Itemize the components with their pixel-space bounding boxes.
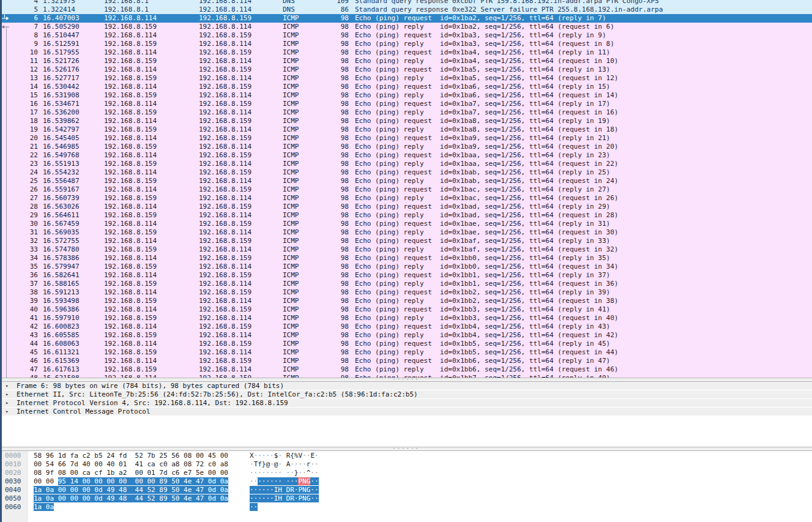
detail-row-1[interactable]: ▸Ethernet II, Src: LiteonTe_7b:25:56 (24… bbox=[0, 390, 812, 398]
packet-row-42[interactable]: 4216.600823192.168.8.114192.168.8.159ICM… bbox=[0, 323, 812, 331]
packet-row-41[interactable]: 4116.597910192.168.8.159192.168.8.114ICM… bbox=[0, 314, 812, 323]
packet-row-26[interactable]: 2616.559167192.168.8.114192.168.8.159ICM… bbox=[0, 185, 812, 194]
packet-row-13[interactable]: 1316.527717192.168.8.159192.168.8.114ICM… bbox=[0, 74, 812, 83]
col-src: 192.168.8.159 bbox=[104, 160, 157, 168]
hex-bytes[interactable]: 08 9f 08 00 ca cf 1b a2 00 01 7d c6 e7 5… bbox=[34, 469, 228, 477]
packet-row-29[interactable]: 2916.564611192.168.8.159192.168.8.114ICM… bbox=[0, 211, 812, 220]
hex-bytes[interactable]: 58 96 1d fa c2 b5 24 fd 52 7b 25 56 08 0… bbox=[34, 452, 228, 460]
detail-row-2[interactable]: ▸Internet Protocol Version 4, Src: 192.1… bbox=[0, 399, 812, 407]
col-len: 98 bbox=[306, 100, 349, 108]
col-info: Echo (ping) request id=0x1ba5, seq=1/256… bbox=[355, 65, 610, 74]
packet-row-6[interactable]: 616.407003192.168.8.114192.168.8.159ICMP… bbox=[0, 14, 812, 23]
packet-row-30[interactable]: 3016.567459192.168.8.114192.168.8.159ICM… bbox=[0, 220, 812, 228]
packet-list-details-splitter[interactable]: ······ bbox=[0, 378, 812, 382]
packet-row-34[interactable]: 3416.578386192.168.8.114192.168.8.159ICM… bbox=[0, 254, 812, 263]
detail-row-3[interactable]: ▸Internet Control Message Protocol bbox=[0, 408, 812, 416]
hex-bytes[interactable]: 1a 0a 00 00 00 0d 49 48 44 52 89 50 4e 4… bbox=[34, 494, 228, 503]
col-info: Echo (ping) reply id=0x1bac, seq=1/256, … bbox=[355, 194, 618, 203]
col-src: 192.168.8.159 bbox=[104, 280, 157, 288]
col-len: 98 bbox=[306, 143, 349, 151]
packet-row-15[interactable]: 1516.531908192.168.8.159192.168.8.114ICM… bbox=[0, 91, 812, 100]
col-src: 192.168.8.159 bbox=[104, 348, 157, 357]
expander-icon[interactable]: ▸ bbox=[6, 382, 13, 390]
col-len: 98 bbox=[306, 271, 349, 280]
packet-row-39[interactable]: 3916.593498192.168.8.159192.168.8.114ICM… bbox=[0, 297, 812, 305]
packet-row-36[interactable]: 3616.582641192.168.8.114192.168.8.159ICM… bbox=[0, 271, 812, 280]
col-src: 192.168.8.114 bbox=[104, 185, 157, 194]
packet-row-31[interactable]: 3116.569035192.168.8.159192.168.8.114ICM… bbox=[0, 228, 812, 237]
packet-row-18[interactable]: 1816.539862192.168.8.114192.168.8.159ICM… bbox=[0, 117, 812, 125]
packet-row-14[interactable]: 1416.530442192.168.8.114192.168.8.159ICM… bbox=[0, 83, 812, 91]
packet-row-27[interactable]: 2716.560739192.168.8.159192.168.8.114ICM… bbox=[0, 194, 812, 203]
hex-ascii[interactable]: ········ ··}··^·· bbox=[250, 469, 319, 477]
packet-row-7[interactable]: 716.505290192.168.8.159192.168.8.114ICMP… bbox=[0, 23, 812, 31]
col-proto: ICMP bbox=[283, 271, 299, 280]
detail-row-label: Ethernet II, Src: LiteonTe_7b:25:56 (24:… bbox=[17, 390, 418, 398]
packet-row-33[interactable]: 3316.574780192.168.8.159192.168.8.114ICM… bbox=[0, 245, 812, 254]
packet-row-17[interactable]: 1716.536200192.168.8.159192.168.8.114ICM… bbox=[0, 108, 812, 117]
hex-ascii[interactable]: ······IH DR·PNG·· bbox=[250, 486, 319, 494]
expander-icon[interactable]: ▸ bbox=[6, 408, 13, 416]
col-dst: 192.168.8.114 bbox=[199, 348, 251, 357]
packet-row-20[interactable]: 2016.545405192.168.8.114192.168.8.159ICM… bbox=[0, 134, 812, 143]
packet-row-11[interactable]: 1116.521726192.168.8.159192.168.8.114ICM… bbox=[0, 57, 812, 65]
hex-ascii[interactable]: ·· bbox=[250, 503, 258, 512]
col-time: 16.554232 bbox=[43, 168, 80, 177]
hex-row-0050[interactable]: 00501a 0a 00 00 00 0d 49 48 44 52 89 50 … bbox=[0, 494, 812, 503]
hex-row-0060[interactable]: 00601a 0a·· bbox=[0, 503, 812, 512]
col-src: 192.168.8.159 bbox=[104, 143, 157, 151]
packet-row-35[interactable]: 3516.579947192.168.8.159192.168.8.114ICM… bbox=[0, 263, 812, 271]
hex-row-0000[interactable]: 000058 96 1d fa c2 b5 24 fd 52 7b 25 56 … bbox=[0, 452, 812, 460]
hex-bytes[interactable]: 00 54 66 7d 40 00 40 01 41 ca c0 a8 08 7… bbox=[34, 460, 228, 469]
packet-row-38[interactable]: 3816.591213192.168.8.114192.168.8.159ICM… bbox=[0, 288, 812, 297]
hex-ascii[interactable]: ······IH DR·PNG·· bbox=[250, 494, 319, 503]
packet-row-8[interactable]: 816.510447192.168.8.114192.168.8.159ICMP… bbox=[0, 31, 812, 40]
hex-ascii[interactable]: X·····$· R{%V··E· bbox=[250, 452, 319, 460]
hex-ascii[interactable]: ·Tf}@·@· A····r·· bbox=[250, 460, 319, 469]
hex-row-0010[interactable]: 001000 54 66 7d 40 00 40 01 41 ca c0 a8 … bbox=[0, 460, 812, 469]
expander-icon[interactable]: ▸ bbox=[6, 390, 13, 398]
col-proto: ICMP bbox=[283, 177, 299, 185]
packet-row-24[interactable]: 2416.554232192.168.8.114192.168.8.159ICM… bbox=[0, 168, 812, 177]
col-time: 16.605585 bbox=[43, 331, 80, 340]
col-info: Echo (ping) reply id=0x1bb2, seq=1/256, … bbox=[355, 297, 618, 305]
col-len: 98 bbox=[306, 57, 349, 65]
packet-row-10[interactable]: 1016.517955192.168.8.114192.168.8.159ICM… bbox=[0, 48, 812, 57]
packet-row-46[interactable]: 4616.615369192.168.8.114192.168.8.159ICM… bbox=[0, 357, 812, 365]
packet-row-45[interactable]: 4516.611321192.168.8.159192.168.8.114ICM… bbox=[0, 348, 812, 357]
col-no: 5 bbox=[0, 6, 38, 14]
packet-row-22[interactable]: 2216.549768192.168.8.114192.168.8.159ICM… bbox=[0, 151, 812, 160]
col-len: 98 bbox=[306, 228, 349, 237]
packet-row-21[interactable]: 2116.546985192.168.8.159192.168.8.114ICM… bbox=[0, 143, 812, 151]
packet-row-32[interactable]: 3216.572755192.168.8.114192.168.8.159ICM… bbox=[0, 237, 812, 245]
expander-icon[interactable]: ▸ bbox=[6, 399, 13, 407]
packet-row-19[interactable]: 1916.542797192.168.8.159192.168.8.114ICM… bbox=[0, 125, 812, 134]
col-dst: 192.168.8.159 bbox=[199, 254, 251, 263]
packet-row-37[interactable]: 3716.588165192.168.8.159192.168.8.114ICM… bbox=[0, 280, 812, 288]
col-len: 98 bbox=[306, 211, 349, 220]
packet-row-43[interactable]: 4316.605585192.168.8.159192.168.8.114ICM… bbox=[0, 331, 812, 340]
col-src: 192.168.8.159 bbox=[104, 314, 157, 323]
packet-row-25[interactable]: 2516.556487192.168.8.159192.168.8.114ICM… bbox=[0, 177, 812, 185]
packet-row-28[interactable]: 2816.563026192.168.8.114192.168.8.159ICM… bbox=[0, 203, 812, 211]
details-hex-splitter[interactable]: ······ bbox=[0, 447, 812, 451]
hex-bytes[interactable]: 1a 0a bbox=[34, 503, 54, 512]
detail-row-0[interactable]: ▸Frame 6: 98 bytes on wire (784 bits), 9… bbox=[0, 382, 812, 390]
hex-bytes[interactable]: 1a 0a 00 00 00 0d 49 48 44 52 89 50 4e 4… bbox=[34, 486, 228, 494]
hex-bytes[interactable]: 00 00 95 14 00 00 00 00 00 00 89 50 4e 4… bbox=[34, 477, 228, 486]
packet-row-23[interactable]: 2316.551913192.168.8.159192.168.8.114ICM… bbox=[0, 160, 812, 168]
col-len: 98 bbox=[306, 31, 349, 40]
packet-row-40[interactable]: 4016.596386192.168.8.114192.168.8.159ICM… bbox=[0, 305, 812, 314]
hex-row-0040[interactable]: 00401a 0a 00 00 00 0d 49 48 44 52 89 50 … bbox=[0, 486, 812, 494]
packet-row-44[interactable]: 4416.608063192.168.8.114192.168.8.159ICM… bbox=[0, 340, 812, 348]
packet-row-16[interactable]: 1616.534671192.168.8.114192.168.8.159ICM… bbox=[0, 100, 812, 108]
packet-row-4[interactable]: 41.321975192.168.8.1192.168.8.114DNS109S… bbox=[0, 0, 812, 6]
hex-row-0030[interactable]: 003000 00 95 14 00 00 00 00 00 00 89 50 … bbox=[0, 477, 812, 486]
packet-row-12[interactable]: 1216.526176192.168.8.114192.168.8.159ICM… bbox=[0, 65, 812, 74]
packet-row-5[interactable]: 51.322414192.168.8.1192.168.8.114DNS86St… bbox=[0, 6, 812, 14]
col-len: 98 bbox=[306, 314, 349, 323]
packet-row-47[interactable]: 4716.617613192.168.8.159192.168.8.114ICM… bbox=[0, 365, 812, 374]
hex-row-0020[interactable]: 002008 9f 08 00 ca cf 1b a2 00 01 7d c6 … bbox=[0, 469, 812, 477]
packet-row-9[interactable]: 916.512591192.168.8.159192.168.8.114ICMP… bbox=[0, 40, 812, 48]
hex-ascii[interactable]: ········ ···PNG·· bbox=[250, 477, 319, 486]
